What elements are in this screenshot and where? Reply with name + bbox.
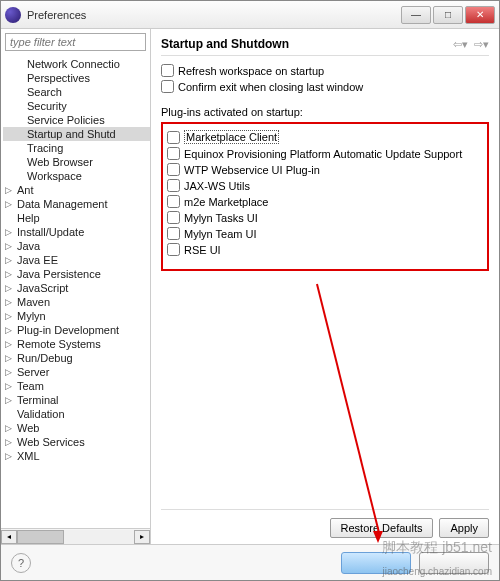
maximize-button[interactable]: □ [433, 6, 463, 24]
apply-button[interactable]: Apply [439, 518, 489, 538]
forward-icon[interactable]: ⇨▾ [474, 38, 489, 51]
expand-icon[interactable]: ▷ [5, 297, 15, 307]
expand-icon[interactable]: ▷ [5, 283, 15, 293]
plugin-label: RSE UI [184, 244, 221, 256]
plugin-checkbox[interactable] [167, 179, 180, 192]
tree-item[interactable]: ▷Java [3, 239, 150, 253]
tree-item[interactable]: ▷Mylyn [3, 309, 150, 323]
tree-item[interactable]: Security [3, 99, 150, 113]
tree-item[interactable]: ▷Team [3, 379, 150, 393]
plugin-checkbox[interactable] [167, 131, 180, 144]
tree-item[interactable]: Tracing [3, 141, 150, 155]
window-title: Preferences [27, 9, 401, 21]
plugin-checkbox[interactable] [167, 163, 180, 176]
tree-item[interactable]: ▷JavaScript [3, 281, 150, 295]
expand-icon[interactable]: ▷ [5, 325, 15, 335]
plugin-item[interactable]: m2e Marketplace [167, 195, 483, 208]
expand-icon[interactable]: ▷ [5, 423, 15, 433]
refresh-option[interactable]: Refresh workspace on startup [161, 64, 489, 77]
tree-item-label: Java Persistence [17, 268, 101, 280]
ok-button[interactable] [341, 552, 411, 574]
confirm-checkbox[interactable] [161, 80, 174, 93]
tree-item[interactable]: ▷Java Persistence [3, 267, 150, 281]
expand-icon[interactable]: ▷ [5, 199, 15, 209]
expand-icon[interactable]: ▷ [5, 241, 15, 251]
minimize-button[interactable]: — [401, 6, 431, 24]
plugin-checkbox[interactable] [167, 227, 180, 240]
tree-item[interactable]: ▷Server [3, 365, 150, 379]
expand-icon[interactable]: ▷ [5, 227, 15, 237]
scroll-right-button[interactable]: ▸ [134, 530, 150, 544]
scroll-track[interactable] [17, 530, 134, 544]
tree-item[interactable]: Web Browser [3, 155, 150, 169]
tree-item[interactable]: ▷Maven [3, 295, 150, 309]
expand-icon[interactable]: ▷ [5, 381, 15, 391]
scroll-thumb[interactable] [17, 530, 64, 544]
tree-item[interactable]: Validation [3, 407, 150, 421]
tree-item[interactable]: ▷Remote Systems [3, 337, 150, 351]
help-icon[interactable]: ? [11, 553, 31, 573]
close-button[interactable]: ✕ [465, 6, 495, 24]
expand-icon[interactable]: ▷ [5, 185, 15, 195]
expand-icon[interactable]: ▷ [5, 339, 15, 349]
tree-item-label: Validation [17, 408, 65, 420]
tree-item-label: JavaScript [17, 282, 68, 294]
tree-item-label: Install/Update [17, 226, 84, 238]
tree-item-label: Java EE [17, 254, 58, 266]
tree-item[interactable]: Perspectives [3, 71, 150, 85]
plugin-label: Equinox Provisioning Platform Automatic … [184, 148, 462, 160]
expand-icon[interactable]: ▷ [5, 269, 15, 279]
plugin-item[interactable]: JAX-WS Utils [167, 179, 483, 192]
plugin-checkbox[interactable] [167, 243, 180, 256]
tree-item-label: Ant [17, 184, 34, 196]
scroll-left-button[interactable]: ◂ [1, 530, 17, 544]
expand-icon[interactable]: ▷ [5, 451, 15, 461]
confirm-option[interactable]: Confirm exit when closing last window [161, 80, 489, 93]
back-icon[interactable]: ⇦▾ [453, 38, 468, 51]
expand-icon[interactable]: ▷ [5, 353, 15, 363]
plugin-item[interactable]: Mylyn Team UI [167, 227, 483, 240]
plugin-item[interactable]: RSE UI [167, 243, 483, 256]
tree-item[interactable]: Help [3, 211, 150, 225]
filter-container [5, 33, 146, 51]
tree-item[interactable]: Startup and Shutd [3, 127, 150, 141]
tree-item[interactable]: ▷Terminal [3, 393, 150, 407]
tree-item[interactable]: Search [3, 85, 150, 99]
refresh-checkbox[interactable] [161, 64, 174, 77]
plugin-checkbox[interactable] [167, 211, 180, 224]
tree-item[interactable]: ▷Install/Update [3, 225, 150, 239]
tree-item-label: Run/Debug [17, 352, 73, 364]
tree-item[interactable]: ▷Plug-in Development [3, 323, 150, 337]
plugin-item[interactable]: WTP Webservice UI Plug-in [167, 163, 483, 176]
expand-icon[interactable]: ▷ [5, 437, 15, 447]
preference-tree[interactable]: Network ConnectioPerspectivesSearchSecur… [1, 55, 150, 528]
tree-item[interactable]: Service Policies [3, 113, 150, 127]
tree-item[interactable]: ▷XML [3, 449, 150, 463]
tree-item[interactable]: ▷Web [3, 421, 150, 435]
tree-item-label: Data Management [17, 198, 108, 210]
horizontal-scrollbar[interactable]: ◂ ▸ [1, 528, 150, 544]
tree-item[interactable]: ▷Data Management [3, 197, 150, 211]
tree-item[interactable]: Workspace [3, 169, 150, 183]
expand-icon[interactable]: ▷ [5, 395, 15, 405]
tree-item[interactable]: Network Connectio [3, 57, 150, 71]
plugin-item[interactable]: Mylyn Tasks UI [167, 211, 483, 224]
plugins-list: Marketplace ClientEquinox Provisioning P… [161, 122, 489, 271]
plugin-item[interactable]: Marketplace Client [167, 130, 483, 144]
titlebar: Preferences — □ ✕ [1, 1, 499, 29]
expand-icon[interactable]: ▷ [5, 311, 15, 321]
plugin-label: m2e Marketplace [184, 196, 268, 208]
tree-item[interactable]: ▷Ant [3, 183, 150, 197]
tree-item[interactable]: ▷Run/Debug [3, 351, 150, 365]
tree-item-label: Terminal [17, 394, 59, 406]
plugin-item[interactable]: Equinox Provisioning Platform Automatic … [167, 147, 483, 160]
plugin-checkbox[interactable] [167, 195, 180, 208]
tree-item[interactable]: ▷Java EE [3, 253, 150, 267]
expand-icon[interactable]: ▷ [5, 255, 15, 265]
tree-item[interactable]: ▷Web Services [3, 435, 150, 449]
app-icon [5, 7, 21, 23]
cancel-button[interactable] [419, 552, 489, 574]
expand-icon[interactable]: ▷ [5, 367, 15, 377]
filter-input[interactable] [5, 33, 146, 51]
plugin-checkbox[interactable] [167, 147, 180, 160]
